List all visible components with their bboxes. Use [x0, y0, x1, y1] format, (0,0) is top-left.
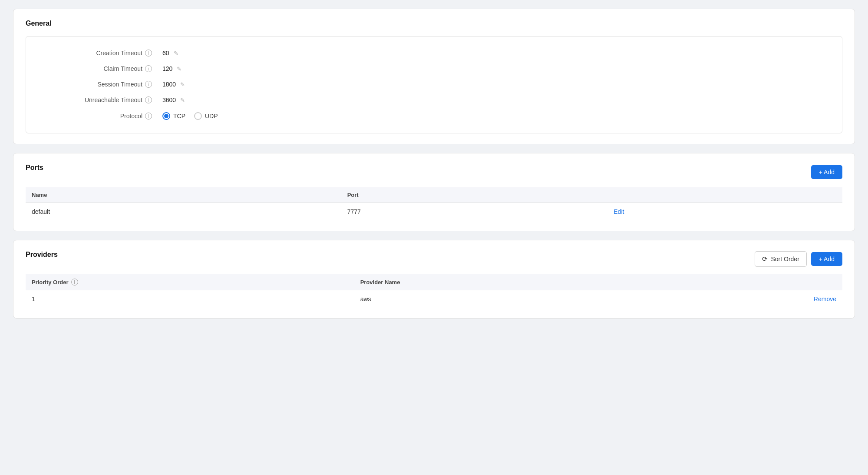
creation-timeout-info-icon[interactable]: i: [145, 50, 152, 56]
protocol-row: Protocol i TCP UDP: [39, 108, 829, 124]
providers-header-row: Priority Order i Provider Name: [26, 274, 842, 290]
ports-header: Ports + Add: [26, 164, 842, 180]
providers-card: Providers ⟳ Sort Order + Add Priority Or…: [13, 240, 855, 319]
providers-row-name: aws: [354, 290, 647, 308]
unreachable-timeout-edit-icon[interactable]: ✎: [180, 97, 185, 103]
general-title: General: [26, 20, 842, 27]
ports-table-head: Name Port: [26, 187, 842, 203]
protocol-label: Protocol i: [39, 113, 152, 120]
unreachable-timeout-value: 3600 ✎: [162, 96, 185, 103]
general-inner: Creation Timeout i 60 ✎ Claim Timeout i …: [26, 36, 842, 133]
ports-card: Ports + Add Name Port default 7777 Edit: [13, 153, 855, 231]
ports-table: Name Port default 7777 Edit: [26, 187, 842, 220]
protocol-udp-label: UDP: [205, 113, 218, 120]
providers-remove-button[interactable]: Remove: [814, 296, 836, 302]
protocol-tcp-option[interactable]: TCP: [162, 112, 185, 120]
ports-table-body: default 7777 Edit: [26, 203, 842, 221]
ports-add-button[interactable]: + Add: [811, 165, 842, 179]
ports-row-edit: Edit: [607, 203, 842, 221]
ports-edit-button[interactable]: Edit: [614, 208, 624, 215]
providers-col-name: Provider Name: [354, 274, 647, 290]
claim-timeout-info-icon[interactable]: i: [145, 65, 152, 72]
sort-icon: ⟳: [762, 255, 768, 263]
providers-table-body: 1 aws Remove: [26, 290, 842, 308]
providers-header: Providers ⟳ Sort Order + Add: [26, 251, 842, 267]
protocol-tcp-label: TCP: [173, 113, 185, 120]
ports-col-name: Name: [26, 187, 341, 203]
protocol-value: TCP UDP: [162, 112, 218, 120]
protocol-info-icon[interactable]: i: [145, 113, 152, 120]
providers-table: Priority Order i Provider Name 1 aws Rem…: [26, 274, 842, 308]
general-card: General Creation Timeout i 60 ✎ Claim Ti…: [13, 9, 855, 144]
priority-info-icon[interactable]: i: [71, 279, 78, 286]
claim-timeout-label: Claim Timeout i: [39, 65, 152, 72]
claim-timeout-row: Claim Timeout i 120 ✎: [39, 61, 829, 76]
creation-timeout-value: 60 ✎: [162, 50, 178, 56]
ports-col-port: Port: [341, 187, 608, 203]
protocol-radio-group: TCP UDP: [162, 112, 218, 120]
protocol-tcp-radio[interactable]: [162, 112, 170, 120]
ports-row-name: default: [26, 203, 341, 221]
creation-timeout-row: Creation Timeout i 60 ✎: [39, 45, 829, 61]
unreachable-timeout-row: Unreachable Timeout i 3600 ✎: [39, 92, 829, 108]
unreachable-timeout-label: Unreachable Timeout i: [39, 96, 152, 103]
providers-col-priority: Priority Order i: [26, 274, 354, 290]
creation-timeout-label: Creation Timeout i: [39, 50, 152, 56]
session-timeout-info-icon[interactable]: i: [145, 81, 152, 88]
claim-timeout-value: 120 ✎: [162, 65, 182, 72]
providers-title: Providers: [26, 251, 58, 259]
session-timeout-edit-icon[interactable]: ✎: [180, 81, 185, 88]
session-timeout-value: 1800 ✎: [162, 81, 185, 88]
ports-title: Ports: [26, 164, 43, 172]
sort-order-button[interactable]: ⟳ Sort Order: [755, 251, 806, 267]
protocol-udp-radio[interactable]: [194, 112, 202, 120]
creation-timeout-edit-icon[interactable]: ✎: [174, 50, 178, 56]
providers-row-remove: Remove: [647, 290, 842, 308]
protocol-udp-option[interactable]: UDP: [194, 112, 218, 120]
ports-col-action: [607, 187, 842, 203]
table-row: 1 aws Remove: [26, 290, 842, 308]
providers-buttons: ⟳ Sort Order + Add: [755, 251, 842, 267]
providers-row-priority: 1: [26, 290, 354, 308]
ports-row-port: 7777: [341, 203, 608, 221]
ports-table-header-row: Name Port: [26, 187, 842, 203]
session-timeout-row: Session Timeout i 1800 ✎: [39, 76, 829, 92]
providers-table-head: Priority Order i Provider Name: [26, 274, 842, 290]
providers-add-button[interactable]: + Add: [811, 252, 842, 266]
sort-order-label: Sort Order: [771, 256, 799, 262]
table-row: default 7777 Edit: [26, 203, 842, 221]
session-timeout-label: Session Timeout i: [39, 81, 152, 88]
claim-timeout-edit-icon[interactable]: ✎: [177, 66, 182, 72]
providers-col-action: [647, 274, 842, 290]
unreachable-timeout-info-icon[interactable]: i: [145, 96, 152, 103]
